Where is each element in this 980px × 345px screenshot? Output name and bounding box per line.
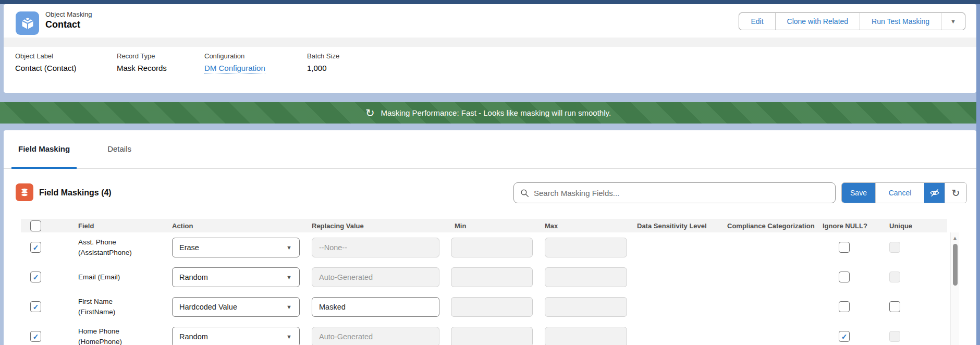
table-row: Asst. Phone(AssistantPhone) Erase▼ --Non… bbox=[21, 232, 947, 262]
record-detail-fields: Object Label Contact (Contact) Record Ty… bbox=[15, 47, 966, 72]
col-field: Field bbox=[78, 222, 172, 230]
max-input bbox=[545, 327, 627, 345]
field-maskings-icon bbox=[16, 183, 33, 201]
action-select[interactable]: Random▼ bbox=[172, 267, 300, 287]
row-select-checkbox[interactable] bbox=[30, 242, 41, 253]
row-select-checkbox[interactable] bbox=[30, 331, 41, 342]
save-button[interactable]: Save bbox=[842, 183, 875, 203]
eye-slash-icon bbox=[929, 188, 940, 198]
record-action-group: Edit Clone with Related Run Test Masking… bbox=[739, 13, 965, 30]
chevron-down-icon: ▼ bbox=[286, 304, 292, 310]
chevron-down-icon: ▼ bbox=[286, 244, 292, 251]
action-select[interactable]: Erase▼ bbox=[172, 238, 300, 257]
max-input bbox=[545, 297, 627, 317]
replacing-value-input: Auto-Generated bbox=[312, 267, 439, 287]
unique-checkbox bbox=[889, 242, 900, 253]
toggle-masked-fields-button[interactable] bbox=[924, 183, 945, 203]
field-maskings-toolbar: Field Maskings (4) Search Masking Fields… bbox=[4, 169, 976, 219]
page-background-edge bbox=[976, 0, 980, 345]
configuration-link[interactable]: DM Configuration bbox=[204, 64, 265, 73]
search-masking-fields-input[interactable]: Search Masking Fields... bbox=[513, 182, 836, 203]
database-icon bbox=[19, 187, 30, 198]
chevron-down-icon: ▼ bbox=[286, 334, 292, 340]
chevron-down-icon: ▼ bbox=[950, 18, 956, 24]
tab-bar: Field Masking Details bbox=[4, 130, 976, 169]
field-name-cell: Asst. Phone(AssistantPhone) bbox=[78, 237, 172, 258]
col-action: Action bbox=[172, 222, 312, 230]
more-actions-dropdown-button[interactable]: ▼ bbox=[941, 13, 965, 30]
scroll-up-arrow-icon[interactable]: ▲ bbox=[951, 232, 959, 241]
tab-field-masking[interactable]: Field Masking bbox=[11, 130, 77, 169]
field-label-configuration: Configuration bbox=[204, 52, 307, 60]
run-test-masking-button[interactable]: Run Test Masking bbox=[860, 13, 941, 30]
col-max: Max bbox=[545, 222, 637, 230]
min-input bbox=[451, 297, 533, 317]
table-action-group: Save Cancel ↻ bbox=[841, 182, 967, 203]
field-label-batch-size: Batch Size bbox=[307, 52, 339, 60]
unique-checkbox[interactable] bbox=[889, 301, 900, 312]
page-title: Contact bbox=[45, 19, 92, 30]
sync-icon: ↻ bbox=[365, 107, 375, 118]
table-row: Home Phone(HomePhone) Random▼ Auto-Gener… bbox=[21, 322, 947, 345]
search-icon bbox=[520, 189, 529, 198]
field-name-cell: Email (Email) bbox=[78, 272, 172, 282]
refresh-button[interactable]: ↻ bbox=[945, 183, 966, 203]
min-input bbox=[451, 327, 533, 345]
record-title-row: Object Masking Contact Edit Clone with R… bbox=[4, 4, 976, 38]
edit-button[interactable]: Edit bbox=[739, 13, 775, 30]
min-input bbox=[451, 267, 533, 287]
max-input bbox=[545, 267, 627, 287]
col-replacing-value: Replacing Value bbox=[312, 222, 451, 230]
unique-checkbox bbox=[889, 331, 900, 342]
field-label-record-type: Record Type bbox=[117, 52, 204, 60]
ignore-null-checkbox[interactable] bbox=[839, 272, 850, 282]
clone-with-related-button[interactable]: Clone with Related bbox=[776, 13, 861, 30]
table-scrollbar[interactable]: ▲ bbox=[950, 232, 959, 345]
field-value-batch-size: 1,000 bbox=[307, 64, 339, 72]
chevron-down-icon: ▼ bbox=[286, 274, 292, 280]
object-masking-icon bbox=[16, 11, 39, 35]
field-name-cell: First Name(FirstName) bbox=[78, 297, 172, 317]
ignore-null-checkbox[interactable] bbox=[839, 331, 850, 342]
min-input bbox=[451, 238, 533, 257]
field-name-cell: Home Phone(HomePhone) bbox=[78, 326, 172, 345]
field-value-object-label: Contact (Contact) bbox=[15, 64, 117, 72]
row-select-checkbox[interactable] bbox=[30, 301, 41, 312]
scrollbar-thumb[interactable] bbox=[953, 244, 958, 286]
action-select[interactable]: Random▼ bbox=[172, 327, 300, 345]
replacing-value-input: Auto-Generated bbox=[312, 327, 439, 345]
field-maskings-table: Field Action Replacing Value Min Max Dat… bbox=[21, 219, 947, 345]
browser-top-strip bbox=[0, 0, 980, 4]
header-divider-band bbox=[4, 38, 976, 47]
field-label-object-label: Object Label bbox=[15, 52, 117, 60]
banner-message: Masking Performance: Fast - Looks like m… bbox=[381, 108, 611, 117]
section-title: Field Maskings (4) bbox=[39, 188, 112, 198]
masking-performance-banner: ↻ Masking Performance: Fast - Looks like… bbox=[0, 102, 976, 124]
tab-details[interactable]: Details bbox=[101, 130, 138, 169]
table-row: Email (Email) Random▼ Auto-Generated bbox=[21, 262, 947, 292]
field-value-record-type: Mask Records bbox=[117, 64, 204, 72]
unique-checkbox bbox=[889, 272, 900, 282]
ignore-null-checkbox[interactable] bbox=[839, 242, 850, 253]
replacing-value-input: --None-- bbox=[312, 238, 439, 257]
table-row: First Name(FirstName) Hardcoded Value▼ M… bbox=[21, 292, 947, 322]
col-ignore-null: Ignore NULL? bbox=[821, 222, 886, 230]
table-header-row: Field Action Replacing Value Min Max Dat… bbox=[21, 219, 947, 232]
row-select-checkbox[interactable] bbox=[30, 272, 41, 282]
ignore-null-checkbox[interactable] bbox=[839, 301, 850, 312]
refresh-icon: ↻ bbox=[952, 187, 960, 199]
col-data-sensitivity-level: Data Sensitivity Level bbox=[637, 222, 727, 230]
main-content-card: Field Masking Details Field Maskings (4)… bbox=[4, 130, 976, 345]
cancel-button[interactable]: Cancel bbox=[875, 183, 924, 203]
replacing-value-input[interactable]: Masked bbox=[312, 297, 439, 317]
record-header-card: Object Masking Contact Edit Clone with R… bbox=[4, 4, 976, 93]
col-compliance-categorization: Compliance Categorization bbox=[727, 222, 821, 230]
select-all-checkbox[interactable] bbox=[30, 220, 41, 231]
col-min: Min bbox=[451, 222, 545, 230]
col-unique: Unique bbox=[886, 222, 947, 230]
action-select[interactable]: Hardcoded Value▼ bbox=[172, 297, 300, 317]
cube-icon bbox=[20, 16, 35, 31]
search-placeholder: Search Masking Fields... bbox=[534, 189, 619, 198]
object-type-label: Object Masking bbox=[45, 10, 92, 18]
max-input bbox=[545, 238, 627, 257]
